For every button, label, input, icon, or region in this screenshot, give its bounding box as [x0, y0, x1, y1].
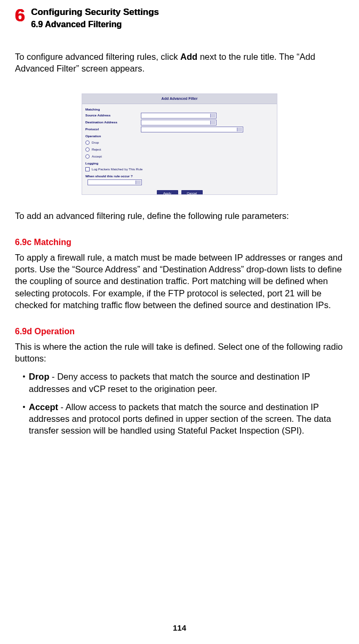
figure-section-matching: Matching	[85, 107, 274, 112]
add-advanced-filter-screenshot: Add Advanced Filter Matching Source Addr…	[82, 93, 277, 195]
figure-section-when: When should this rule occur ?	[85, 174, 274, 178]
bullet-accept-text: - Allow access to packets that match the…	[29, 402, 331, 436]
figure-container: Add Advanced Filter Matching Source Addr…	[15, 93, 344, 195]
figure-radio-accept	[85, 154, 90, 159]
bullet-accept-bold: Accept	[29, 402, 58, 412]
figure-label-dest: Destination Address	[85, 120, 139, 124]
bullet-drop-bold: Drop	[29, 372, 50, 381]
figure-dropdown-protocol	[141, 127, 243, 132]
chapter-header: 6 Configuring Security Settings 6.9 Adva…	[15, 5, 344, 30]
intro-bold-add: Add	[180, 52, 197, 61]
figure-section-operation: Operation	[85, 134, 274, 138]
figure-option-drop: Drop	[92, 140, 99, 145]
chapter-subtitle: 6.9 Advanced Filtering	[31, 19, 159, 30]
operation-intro: This is where the action the rule will t…	[15, 341, 344, 365]
figure-radio-reject	[85, 147, 90, 152]
bullet-dot-icon: •	[19, 401, 29, 437]
subheading-matching: 6.9c Matching	[15, 237, 344, 248]
bullet-accept: • Accept - Allow access to packets that …	[19, 401, 344, 437]
figure-title-bar: Add Advanced Filter	[82, 94, 277, 104]
chapter-number: 6	[15, 6, 25, 24]
figure-label-protocol: Protocol	[85, 127, 139, 131]
chapter-title: Configuring Security Settings	[31, 6, 159, 19]
bullet-dot-icon: •	[19, 371, 29, 395]
figure-dropdown-dest	[141, 120, 217, 125]
figure-option-accept: Accept	[92, 154, 102, 159]
matching-paragraph: To apply a firewall rule, a match must b…	[15, 252, 344, 311]
figure-log-label: Log Packets Matched by This Rule	[92, 167, 143, 171]
bullet-drop: • Drop - Deny access to packets that mat…	[19, 371, 344, 395]
operation-bullets: • Drop - Deny access to packets that mat…	[15, 371, 344, 436]
figure-checkbox-log	[85, 167, 90, 171]
figure-dropdown-source	[141, 113, 217, 119]
intro-paragraph: To configure advanced filtering rules, c…	[15, 51, 344, 75]
subheading-operation: 6.9d Operation	[15, 326, 344, 337]
intro-text-before: To configure advanced filtering rules, c…	[15, 52, 180, 61]
figure-button-cancel: Cancel	[181, 190, 203, 195]
page-number: 114	[0, 623, 359, 633]
figure-label-source: Source Address	[85, 113, 139, 117]
figure-option-reject: Reject	[92, 147, 101, 152]
bullet-drop-text: - Deny access to packets that match the …	[29, 372, 310, 393]
figure-button-apply: Apply	[157, 190, 178, 195]
after-figure-text: To add an advanced filtering rule, defin…	[15, 210, 344, 222]
figure-radio-drop	[85, 140, 90, 145]
figure-section-logging: Logging	[85, 161, 274, 166]
figure-dropdown-when	[87, 179, 142, 185]
